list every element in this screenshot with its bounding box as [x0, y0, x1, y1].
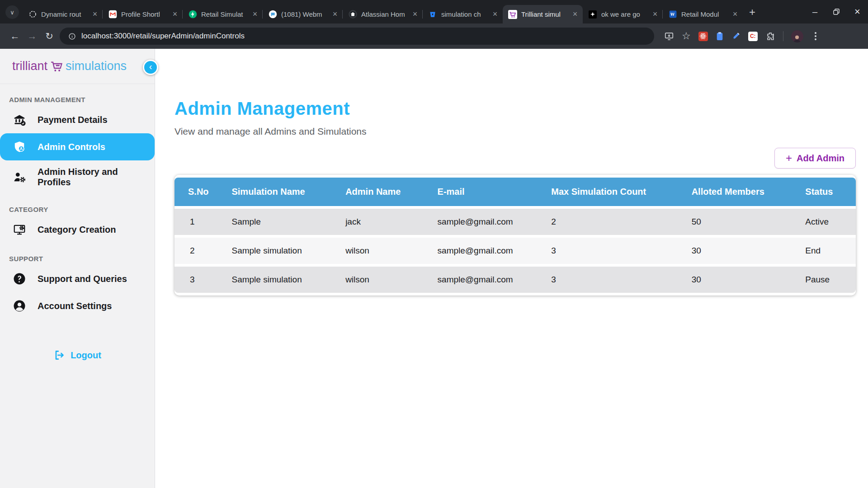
- browser-tab[interactable]: Atlassian Hom: [343, 5, 423, 23]
- cart-icon: [508, 10, 517, 19]
- close-window-button[interactable]: [847, 0, 868, 23]
- reload-button[interactable]: [41, 28, 58, 45]
- column-header: Alloted Members: [681, 178, 795, 206]
- table-body: 1Samplejacksample@gmail.com250Active2Sam…: [175, 209, 856, 293]
- extension-clipboard-icon[interactable]: [716, 32, 724, 41]
- tab-label: Dynamic rout: [41, 10, 86, 18]
- new-tab-button[interactable]: [745, 5, 760, 20]
- account-icon: [12, 299, 27, 313]
- page-subtitle: View and manage all Admins and Simulatio…: [175, 126, 856, 137]
- table-cell: 3: [175, 267, 221, 293]
- minimize-button[interactable]: [804, 0, 826, 23]
- sidebar-item-admin-history-and-profiles[interactable]: Admin History and Profiles: [0, 160, 155, 194]
- sidebar-item-account-settings[interactable]: Account Settings: [0, 292, 155, 319]
- tab-label: simulation ch: [441, 10, 486, 18]
- tab-close-icon[interactable]: [490, 9, 500, 19]
- browser-tab[interactable]: Retail Modul: [663, 5, 743, 23]
- tab-close-icon[interactable]: [570, 9, 580, 19]
- table-cell: End: [794, 238, 856, 264]
- back-button[interactable]: [6, 28, 24, 45]
- table-row[interactable]: 3Sample simulationwilsonsample@gmail.com…: [175, 267, 856, 293]
- spider-icon: [588, 10, 597, 19]
- tab-close-icon[interactable]: [650, 9, 660, 19]
- table-cell: 2: [540, 209, 680, 235]
- tab-close-icon[interactable]: [90, 9, 100, 19]
- table-cell: Active: [794, 209, 856, 235]
- logo-text-trilliant: trilliant: [12, 59, 47, 73]
- table-row[interactable]: 2Sample simulationwilsonsample@gmail.com…: [175, 238, 856, 264]
- extension-colorzilla-icon[interactable]: C:: [748, 32, 758, 41]
- table-row[interactable]: 1Samplejacksample@gmail.com250Active: [175, 209, 856, 235]
- bank-icon: [12, 113, 27, 127]
- column-header: Max Simulation Count: [540, 178, 680, 206]
- page-title: Admin Management: [175, 99, 856, 119]
- tab-close-icon[interactable]: [170, 9, 180, 19]
- restore-button[interactable]: [826, 0, 847, 23]
- sidebar-section-label: SUPPORT: [9, 255, 155, 263]
- browser-tab[interactable]: (1081) Webm: [263, 5, 343, 23]
- table-cell: Sample simulation: [221, 238, 335, 264]
- chatgpt-icon: [28, 10, 37, 19]
- question-icon: [12, 272, 27, 286]
- logo-text-simulations: simulations: [66, 59, 127, 73]
- logout-label: Logout: [71, 350, 101, 361]
- table-cell: 50: [681, 209, 795, 235]
- chat-bubble-icon: [268, 10, 277, 19]
- sidebar-item-payment-details[interactable]: Payment Details: [0, 106, 155, 133]
- site-info-icon[interactable]: [65, 29, 79, 43]
- extension-react-icon[interactable]: [698, 32, 708, 41]
- extension-pen-icon[interactable]: [731, 32, 741, 41]
- column-header: S.No: [175, 178, 221, 206]
- address-bar[interactable]: localhost:3000/retail/superAdmin/adminCo…: [60, 28, 654, 45]
- sidebar-item-label: Support and Queries: [38, 274, 127, 284]
- restore-icon: [833, 9, 840, 15]
- column-header: E-mail: [427, 178, 541, 206]
- sidebar-collapse-button[interactable]: [143, 60, 158, 75]
- tab-label: Retail Simulat: [201, 10, 246, 18]
- sidebar-item-label: Admin Controls: [38, 142, 105, 152]
- extensions-puzzle-icon[interactable]: [765, 31, 775, 41]
- tab-search-button[interactable]: [5, 5, 19, 19]
- sidebar-item-support-and-queries[interactable]: Support and Queries: [0, 265, 155, 292]
- table-header-row: S.NoSimulation NameAdmin NameE-mailMax S…: [175, 178, 856, 206]
- logout-button[interactable]: Logout: [0, 349, 155, 361]
- tab-close-icon[interactable]: [250, 9, 260, 19]
- table-cell: sample@gmail.com: [427, 238, 541, 264]
- window-controls: [804, 0, 868, 23]
- browser-tab[interactable]: Trilliant simul: [503, 5, 583, 23]
- url-text: localhost:3000/retail/superAdmin/adminCo…: [81, 32, 245, 41]
- table-cell: 3: [540, 238, 680, 264]
- browser-toolbar: localhost:3000/retail/superAdmin/adminCo…: [0, 23, 868, 49]
- home-icon: [348, 10, 357, 19]
- browser-tab[interactable]: Retail Simulat: [183, 5, 263, 23]
- sidebar-section-label: ADMIN MANAGEMENT: [9, 96, 155, 103]
- install-app-icon[interactable]: [664, 31, 674, 41]
- table-cell: sample@gmail.com: [427, 267, 541, 293]
- word-icon: [668, 10, 677, 19]
- sidebar-item-category-creation[interactable]: Category Creation: [0, 216, 155, 243]
- sidebar-nav: ADMIN MANAGEMENTPayment DetailsAdmin Con…: [0, 96, 155, 319]
- column-header: Simulation Name: [221, 178, 335, 206]
- sidebar-item-admin-controls[interactable]: Admin Controls: [0, 133, 155, 160]
- browser-tab[interactable]: ok we are go: [583, 5, 663, 23]
- browser-tab[interactable]: Dynamic rout: [23, 5, 103, 23]
- browser-tab[interactable]: simulation ch: [423, 5, 503, 23]
- browser-menu-icon[interactable]: [815, 35, 816, 37]
- gmail-icon: [108, 10, 117, 19]
- tab-label: (1081) Webm: [281, 10, 326, 18]
- table-cell: Sample simulation: [221, 267, 335, 293]
- tab-close-icon[interactable]: [330, 9, 340, 19]
- table-cell: jack: [335, 209, 426, 235]
- bitbucket-icon: [428, 10, 437, 19]
- tab-label: Retail Modul: [681, 10, 726, 18]
- profile-avatar[interactable]: [791, 30, 803, 42]
- forward-button[interactable]: [24, 28, 41, 45]
- tab-close-icon[interactable]: [730, 9, 740, 19]
- tab-close-icon[interactable]: [410, 9, 420, 19]
- table-cell: sample@gmail.com: [427, 209, 541, 235]
- browser-chrome: Dynamic routProfile ShortlRetail Simulat…: [0, 0, 868, 49]
- bookmark-star-icon[interactable]: [682, 30, 691, 42]
- browser-tab[interactable]: Profile Shortl: [103, 5, 183, 23]
- add-admin-button[interactable]: Add Admin: [774, 148, 856, 169]
- logout-icon: [53, 349, 65, 361]
